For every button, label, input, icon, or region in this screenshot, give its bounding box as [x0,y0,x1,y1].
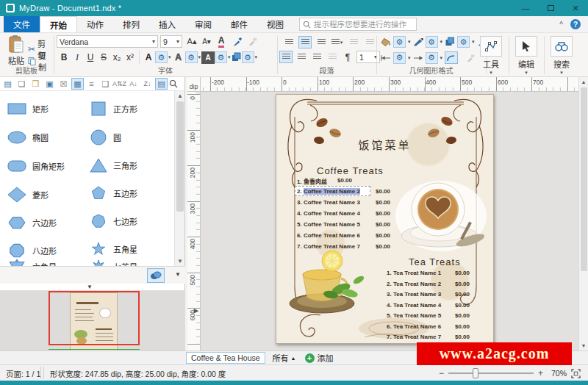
coffee-item-row[interactable]: 4. Coffee Treat Name 4 $0.00 [297,210,481,219]
valign-top-button[interactable] [279,51,293,63]
maximize-button[interactable] [538,0,563,16]
coffee-item-row-selected[interactable]: 2. Coffee Treat Name 2 $0.00 [297,188,481,197]
align-right-button[interactable] [315,36,328,48]
coffee-item-row[interactable]: 1. 鱼香肉丝 $0.00 [297,177,481,186]
shape-item-rounded-rectangle[interactable]: 圆角矩形 [7,159,65,173]
subscript-button[interactable]: x₂ [110,51,123,64]
font-color-button[interactable]: A [215,35,228,48]
align-center-button[interactable] [298,36,312,48]
geometry-painter-icon[interactable] [465,53,476,63]
pilcrow-button[interactable]: ¶ [341,51,354,63]
tab-arrange[interactable]: 排列 [113,16,149,32]
coffee-item-row[interactable]: 7. Coffee Treat Name 7 $0.00 [297,243,481,252]
bold-button[interactable]: B [57,51,71,64]
eyedropper-icon[interactable] [232,36,243,47]
tea-item-row[interactable]: 4. Tea Treat Name 4 $0.00 [387,302,570,311]
strikethrough-button[interactable]: S [97,51,110,64]
begin-arrow-gear-button[interactable]: ⚙ [393,52,406,64]
minimize-button[interactable]: — [513,0,538,16]
drawing-viewport[interactable]: 饭馆菜单 Coffee Treats 1. 鱼香肉丝 $0.00 2. Coff… [201,92,578,350]
fill-gear-button[interactable]: ⚙ [393,36,406,48]
tea-item-row[interactable]: 2. Tea Treat Name 2 $0.00 [387,281,570,289]
tab-action[interactable]: 动作 [77,16,113,32]
search-input[interactable] [314,20,409,29]
font-size-combo[interactable]: 9 ▾ [160,35,182,48]
help-icon[interactable]: ? [570,19,581,29]
paste-button[interactable]: 粘贴 [4,35,28,66]
shape-item-star5[interactable]: 五角星 [90,241,137,257]
close-button[interactable]: ✕ [563,0,588,16]
font-family-combo[interactable]: Verdana ▾ [57,35,158,48]
stroke-gear-button[interactable]: ⚙ [426,36,438,48]
coffee-treats-heading[interactable]: Coffee Treats [317,165,384,176]
valign-middle-button[interactable] [295,51,308,63]
scroll-up-icon[interactable]: ▲ [175,93,185,99]
tea-item-row[interactable]: 6. Tea Treat Name 6 $0.00 [387,323,570,332]
grow-font-button[interactable]: A▴ [185,35,198,48]
menu-title[interactable]: 饭馆菜单 [276,137,493,152]
document-page[interactable]: 饭馆菜单 Coffee Treats 1. 鱼香肉丝 $0.00 2. Coff… [276,94,494,344]
valign-bottom-button[interactable] [310,51,323,63]
tea-item-row[interactable]: 5. Tea Treat Name 5 $0.00 [387,312,570,321]
pan-zoom-menu-icon[interactable]: ▼ [175,271,181,278]
tab-review[interactable]: 审阅 [185,16,221,32]
scrollbar-thumb[interactable] [176,101,184,212]
coffee-item-row[interactable]: 5. Coffee Treat Name 5 $0.00 [297,221,481,230]
shape-item-heptagon[interactable]: 七边形 [90,213,137,229]
collapse-panel-icon[interactable]: ▼ [87,284,93,290]
pan-zoom-preview[interactable] [0,290,185,350]
tea-item-row[interactable]: 3. Tea Treat Name 3 $0.00 [387,291,570,300]
tea-item-row[interactable]: 7. Tea Treat Name 7 $0.00 [387,334,570,342]
indent-decrease-button[interactable] [347,36,360,48]
zoom-slider[interactable] [448,373,534,374]
search-shapes-icon[interactable] [169,79,178,88]
tea-item-row[interactable]: 1. Tea Treat Name 1 $0.00 [387,270,570,278]
save-library-icon[interactable]: ▣ [43,78,56,90]
all-pages-button[interactable]: 所有 ▲ [273,352,296,364]
shape-item-rectangle[interactable]: 矩形 [7,101,49,116]
shape-item-ellipse[interactable]: 椭圆 [7,130,49,145]
edit-button[interactable]: 编辑 ▾ [512,36,541,76]
indent-increase-button[interactable] [363,36,376,48]
zoom-out-button[interactable]: − [439,368,444,378]
superscript-button[interactable]: x² [123,51,137,64]
shape-item-diamond[interactable]: 菱形 [7,187,49,203]
text-fill-gear-button[interactable]: ⚙ [155,51,168,63]
fit-to-window-icon[interactable] [571,369,581,378]
shape-list-scrollbar[interactable]: ▲ ▼ [174,91,184,266]
canvas-scroll-up-icon[interactable]: ▲ [579,79,588,84]
align-left-button[interactable] [282,36,295,48]
tab-view[interactable]: 视图 [257,16,293,32]
viewport-rectangle[interactable] [49,291,140,345]
italic-button[interactable]: I [71,51,84,64]
sort-desc-icon[interactable]: Z↓ [141,78,154,90]
tab-mail[interactable]: 邮件 [221,16,257,32]
tools-button[interactable]: 工具 ▾ [476,36,506,76]
layer-style-gear-button[interactable]: ⚙ [242,51,254,63]
open-library-icon[interactable]: ❒ [29,78,42,90]
list-view-icon[interactable]: ≡ [85,78,98,90]
text-stroke-gear-button[interactable]: ⚙ [185,51,198,63]
shadow-gear-button[interactable]: ⚙ [457,36,470,48]
corner-rounding-button[interactable] [445,51,458,64]
shape-item-triangle[interactable]: 三角形 [90,157,137,173]
collapse-ribbon-icon[interactable]: ^ [559,21,563,29]
canvas-scroll-down-icon[interactable]: ▼ [579,343,588,348]
coffee-item-row[interactable]: 3. Coffee Treat Name 3 $0.00 [297,199,481,208]
shape-item-octagon[interactable]: 八边形 [7,242,57,259]
search-button[interactable]: 搜索 ▾ [547,36,576,76]
shape-item-circle[interactable]: 圆 [90,129,121,146]
underline-button[interactable]: U [84,51,97,64]
icons-view-icon[interactable]: ❑ [99,78,112,90]
canvas-vertical-scrollbar[interactable]: ▲ ▼ [578,77,588,350]
library-icon[interactable]: ▤ [1,78,14,90]
format-painter-icon[interactable] [247,36,258,47]
shape-item-hexagon[interactable]: 六边形 [7,215,57,231]
canvas-scrollbar-thumb[interactable] [581,87,587,271]
pan-zoom-mode-button[interactable] [147,268,165,283]
remove-library-icon[interactable]: ☒ [57,78,70,90]
tab-file[interactable]: 文件 [4,16,40,32]
page-tab-active[interactable]: Coffee & Tea House [186,352,265,364]
thumbnails-view-icon[interactable]: ▦ [71,78,84,90]
sort-none-icon[interactable]: A⇅Z [113,78,126,90]
